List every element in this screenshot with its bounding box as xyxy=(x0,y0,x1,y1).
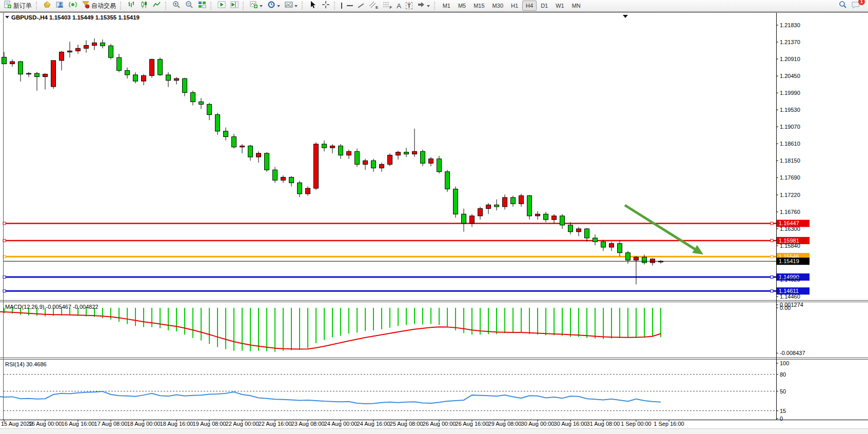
channel-icon xyxy=(369,1,376,10)
svg-text:1.15840: 1.15840 xyxy=(780,243,800,249)
candlestick-chart-icon xyxy=(140,1,148,11)
vertical-line-icon xyxy=(341,3,342,9)
svg-text:31 Aug 08:00: 31 Aug 08:00 xyxy=(587,421,620,427)
svg-text:50: 50 xyxy=(780,388,786,394)
fibonacci-button[interactable]: F xyxy=(381,0,394,11)
svg-text:30 Aug 00:00: 30 Aug 00:00 xyxy=(521,421,555,427)
auto-scroll-button[interactable] xyxy=(215,0,228,11)
periodicity-button[interactable] xyxy=(265,0,282,11)
svg-text:1.14460: 1.14460 xyxy=(780,293,800,300)
periodicity-dropdown-caret xyxy=(277,5,280,9)
svg-text:1.16300: 1.16300 xyxy=(780,226,800,232)
svg-text:80: 80 xyxy=(780,371,786,378)
indicators-button[interactable] xyxy=(248,0,265,11)
svg-text:1.21830: 1.21830 xyxy=(780,22,800,28)
svg-text:18 Aug 00:00: 18 Aug 00:00 xyxy=(127,421,161,427)
navigator-button[interactable] xyxy=(67,0,79,11)
crosshair-button[interactable] xyxy=(320,0,332,11)
templates-icon xyxy=(285,1,293,11)
timeframe-d1-button[interactable]: D1 xyxy=(537,1,551,11)
timeframe-m30-button[interactable]: M30 xyxy=(489,1,507,11)
new-order-button[interactable]: 新订单 xyxy=(2,0,34,11)
chart-title: GBPUSD-,H4 1.15403 1.15449 1.15355 1.154… xyxy=(5,14,140,21)
candlestick-chart-button[interactable] xyxy=(138,0,150,11)
svg-text:MACD(12,26,9) -0.005467 -0.004: MACD(12,26,9) -0.005467 -0.004822 xyxy=(5,304,98,310)
shapes-button[interactable] xyxy=(415,0,432,11)
svg-text:1.14920: 1.14920 xyxy=(780,277,800,283)
clock-icon xyxy=(267,1,275,11)
vertical-line-button[interactable] xyxy=(339,0,344,11)
svg-text:30 Aug 16:00: 30 Aug 16:00 xyxy=(554,421,587,427)
chart-shift-button[interactable] xyxy=(228,0,241,11)
bar-chart-button[interactable] xyxy=(125,0,137,11)
shapes-dropdown-caret xyxy=(427,5,430,9)
notifications-button[interactable]: 1 xyxy=(850,0,862,11)
zoom-in-button[interactable] xyxy=(170,0,183,11)
svg-text:24 Aug 16:00: 24 Aug 16:00 xyxy=(357,421,390,427)
trendline-button[interactable] xyxy=(356,0,366,11)
zoom-in-icon xyxy=(172,1,181,11)
chart-window: 1.164471.159811.155461.149901.14611MACD(… xyxy=(0,12,868,434)
line-chart-button[interactable] xyxy=(151,0,163,11)
indicators-icon xyxy=(250,1,258,11)
svg-text:GBPUSD-,H4 1.15403 1.15449 1.: GBPUSD-,H4 1.15403 1.15449 1.15355 1.154… xyxy=(11,14,140,21)
new-order-label: 新订单 xyxy=(13,2,32,10)
autotrade-label: 自动交易 xyxy=(91,2,116,10)
zoom-out-icon xyxy=(185,1,193,11)
horizontal-line-button[interactable] xyxy=(345,0,355,11)
svg-text:26 Aug 16:00: 26 Aug 16:00 xyxy=(456,421,489,427)
svg-text:RSI(14) 30.4686: RSI(14) 30.4686 xyxy=(5,361,47,367)
templates-button[interactable] xyxy=(283,0,300,11)
chart-canvas[interactable]: 1.164471.159811.155461.149901.14611MACD(… xyxy=(0,12,868,434)
svg-text:1.16760: 1.16760 xyxy=(780,209,800,215)
svg-text:1.18150: 1.18150 xyxy=(780,157,800,164)
text-tool-icon: A xyxy=(397,2,401,10)
chart-shift-icon xyxy=(230,1,239,11)
channel-button[interactable]: E xyxy=(367,0,380,11)
timeframe-mn-button[interactable]: MN xyxy=(568,1,584,11)
market-watch-button[interactable] xyxy=(41,0,53,11)
svg-text:26 Aug 00:00: 26 Aug 00:00 xyxy=(423,421,456,427)
zoom-out-button[interactable] xyxy=(183,0,195,11)
toolbar-separator xyxy=(243,2,246,10)
timeframe-m15-button[interactable]: M15 xyxy=(470,1,488,11)
timeframe-h4-button[interactable]: H4 xyxy=(522,1,537,11)
market-watch-icon xyxy=(43,1,51,11)
svg-text:15 Aug 2022: 15 Aug 2022 xyxy=(1,421,33,427)
toolbar-separator xyxy=(302,2,305,10)
svg-text:1.19530: 1.19530 xyxy=(780,107,800,113)
svg-text:1.19070: 1.19070 xyxy=(780,124,800,130)
channel-glyph: E xyxy=(376,5,378,10)
svg-text:1.17220: 1.17220 xyxy=(780,192,800,198)
timeframe-h1-button[interactable]: H1 xyxy=(507,1,522,11)
text-button[interactable]: A xyxy=(394,0,403,11)
data-window-button[interactable] xyxy=(54,0,66,11)
svg-text:22 Aug 00:00: 22 Aug 00:00 xyxy=(226,421,259,427)
navigator-icon xyxy=(69,1,77,11)
svg-text:-0.008437: -0.008437 xyxy=(780,350,805,356)
fibonacci-glyph: F xyxy=(389,5,392,10)
svg-text:1 Sep 16:00: 1 Sep 16:00 xyxy=(654,421,684,427)
svg-text:1.21370: 1.21370 xyxy=(780,39,800,45)
label-tool-icon: T xyxy=(406,2,412,9)
data-window-icon xyxy=(56,1,64,11)
autotrade-button[interactable]: 自动交易 xyxy=(80,0,118,11)
search-button[interactable] xyxy=(837,0,849,11)
svg-text:15: 15 xyxy=(780,408,786,414)
toolbar-separator xyxy=(165,2,168,10)
crosshair-icon xyxy=(322,1,330,11)
svg-text:1.20450: 1.20450 xyxy=(780,73,800,79)
timeframe-m1-button[interactable]: M1 xyxy=(439,1,454,11)
tile-windows-icon xyxy=(198,1,206,11)
cursor-button[interactable] xyxy=(307,0,319,11)
toolbar-separator xyxy=(120,2,123,10)
timeframe-w1-button[interactable]: W1 xyxy=(552,1,568,11)
main-toolbar: 新订单 自动交易 xyxy=(0,0,868,12)
label-button[interactable]: T xyxy=(404,0,415,11)
svg-text:1.19990: 1.19990 xyxy=(780,90,800,96)
svg-text:19 Aug 08:00: 19 Aug 08:00 xyxy=(193,421,226,427)
tile-windows-button[interactable] xyxy=(196,0,208,11)
svg-text:16 Aug 00:00: 16 Aug 00:00 xyxy=(29,421,62,427)
timeframe-m5-button[interactable]: M5 xyxy=(455,1,469,11)
cursor-icon xyxy=(309,1,317,11)
